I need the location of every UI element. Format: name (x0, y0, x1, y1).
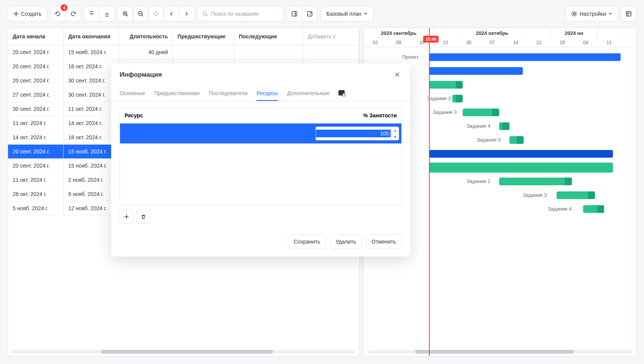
modal-header: Информация ✕ (111, 63, 410, 86)
svg-rect-4 (307, 12, 312, 16)
gantt-label: Задание 5 (477, 137, 501, 143)
spinner-down[interactable]: ▼ (392, 133, 399, 140)
plus-icon (124, 214, 129, 219)
layout-b-button[interactable] (302, 6, 317, 21)
gantt-bar[interactable] (557, 191, 595, 199)
layout-group (287, 6, 317, 21)
create-button[interactable]: Создать (8, 6, 47, 21)
gantt-day: 09 (387, 38, 411, 47)
tab-predecessors[interactable]: Предшественники (154, 86, 199, 101)
resource-name-cell[interactable] (120, 124, 313, 143)
gantt-bar[interactable] (583, 205, 604, 213)
col-header-pred[interactable]: Предшествующие (173, 28, 234, 45)
zoom-out-button[interactable] (133, 6, 148, 21)
gantt-label: Задание 2 (467, 178, 490, 184)
col-header-succ[interactable]: Последующие (234, 28, 303, 45)
prev-button[interactable] (164, 6, 179, 21)
layout-a-icon (291, 11, 297, 17)
panel-icon (626, 11, 632, 17)
resource-row[interactable]: ▲ ▼ (120, 124, 401, 143)
modal-close-button[interactable]: ✕ (393, 70, 402, 79)
zoom-in-button[interactable] (118, 6, 133, 21)
resource-table: Ресурс % Занятости ▲ ▼ (120, 107, 402, 205)
gantt-bar[interactable] (499, 178, 572, 185)
fit-icon (153, 11, 159, 17)
cancel-button[interactable]: Отменить (366, 234, 402, 249)
search-box[interactable] (197, 6, 284, 21)
baseline-label: Базовый план (326, 11, 361, 17)
grid-scrollbar[interactable] (12, 350, 355, 354)
expand-icon (104, 11, 110, 16)
plus-icon (13, 11, 19, 16)
gantt-day: 11 (598, 38, 621, 47)
gantt-label: Задание 2 (427, 96, 451, 101)
gantt-bar[interactable] (509, 136, 524, 144)
undo-button[interactable]: 4 (50, 6, 66, 21)
modal-body: Ресурс % Занятости ▲ ▼ (111, 101, 410, 228)
svg-point-5 (310, 12, 311, 13)
chevron-down-icon (608, 12, 612, 16)
modal-footer: Сохранить Удалить Отменить (111, 228, 410, 257)
gantt-bar[interactable] (429, 163, 613, 173)
redo-icon (70, 10, 77, 17)
gantt-bar[interactable] (499, 122, 509, 130)
search-icon (202, 11, 208, 17)
undo-redo-group: 4 (50, 6, 81, 21)
search-input[interactable] (211, 11, 279, 17)
now-marker (429, 28, 430, 356)
chevron-left-icon (169, 12, 174, 16)
tab-main[interactable]: Основные (120, 86, 145, 101)
col-header-duration[interactable]: Длительность (119, 28, 173, 45)
gantt-label: Задание 3 (523, 192, 547, 198)
gantt-bar[interactable] (429, 150, 613, 158)
add-resource-button[interactable] (120, 210, 133, 224)
create-label: Создать (21, 11, 41, 17)
fit-button[interactable] (148, 6, 164, 21)
layout-a-button[interactable] (287, 6, 302, 21)
tab-notes[interactable] (338, 86, 345, 101)
settings-label: Настройки (580, 11, 606, 17)
svg-rect-7 (626, 12, 631, 16)
col-header-start[interactable]: Дата начала (8, 28, 64, 45)
gantt-month: 2024 но (551, 28, 598, 38)
spinner-up[interactable]: ▲ (392, 127, 399, 133)
baseline-button[interactable]: Базовый план (320, 6, 373, 21)
gantt-bar[interactable] (429, 67, 523, 75)
next-button[interactable] (179, 6, 194, 21)
pct-spinner[interactable]: ▲ ▼ (315, 127, 399, 140)
expand-collapse-group (84, 6, 115, 21)
grid-header: Дата начала Дата окончания Длительность … (8, 28, 359, 45)
chevron-right-icon (184, 12, 189, 16)
tab-successors[interactable]: Последователи (209, 86, 248, 101)
col-header-end[interactable]: Дата окончания (64, 28, 119, 45)
redo-button[interactable] (66, 6, 81, 21)
gantt-bar[interactable] (429, 81, 463, 89)
undo-icon (54, 10, 61, 17)
table-row[interactable]: 20 сент. 2024 г.15 нояб. 2024 г.40 дней (8, 45, 359, 59)
gantt-header: 2024 сентябрь2024 октябрь2024 но 0209162… (364, 28, 636, 47)
gantt-bar[interactable] (429, 53, 621, 61)
resource-blank-area (120, 143, 401, 205)
modal-title: Информация (120, 71, 162, 79)
delete-resource-button[interactable] (136, 210, 150, 224)
zoom-out-icon (138, 11, 144, 17)
tab-extra[interactable]: Дополнительные (287, 86, 330, 101)
note-icon (338, 90, 345, 96)
settings-button[interactable]: Настройки (565, 6, 618, 21)
delete-button[interactable]: Удалить (330, 234, 362, 249)
col-header-add[interactable]: Добавить с (303, 28, 359, 45)
gantt-bar[interactable] (463, 109, 499, 116)
collapse-button[interactable] (84, 6, 99, 21)
expand-button[interactable] (99, 6, 115, 21)
zoom-group (118, 6, 194, 21)
save-button[interactable]: Сохранить (288, 234, 326, 249)
gantt-bar[interactable] (452, 95, 463, 102)
svg-rect-3 (292, 12, 297, 16)
pct-input[interactable] (316, 130, 391, 137)
gantt-scrollbar[interactable] (368, 350, 632, 354)
panel-toggle-button[interactable] (621, 6, 636, 21)
resource-actions (120, 205, 402, 228)
gantt-label: Задание 3 (433, 109, 457, 115)
gantt-label: Задание 4 (467, 123, 490, 129)
tab-resources[interactable]: Ресурсы (256, 86, 278, 101)
